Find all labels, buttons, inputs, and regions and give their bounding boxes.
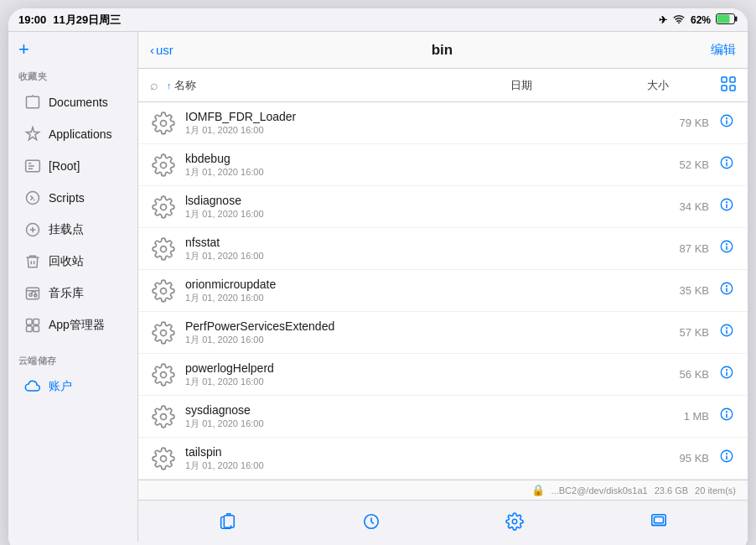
settings-button[interactable]	[498, 505, 531, 538]
file-date: 1月 01, 2020 16:00	[185, 459, 535, 472]
col-name-header[interactable]: ↑ 名称	[167, 78, 440, 93]
sidebar-top: +	[8, 32, 137, 64]
file-date: 1月 01, 2020 16:00	[185, 376, 535, 388]
table-row[interactable]: sysdiagnose1月 01, 2020 16:001 MB	[138, 396, 748, 438]
file-info-button[interactable]	[717, 407, 736, 426]
svg-rect-6	[27, 288, 39, 298]
sidebar: + 收藏夹 Documents Applications	[8, 32, 138, 542]
sidebar-item-scripts[interactable]: Scripts	[13, 183, 132, 213]
status-date: 11月29日周三	[53, 13, 121, 28]
file-info-button[interactable]	[717, 449, 736, 468]
footer-path: ...BC2@/dev/disk0s1a1	[551, 485, 648, 496]
file-type-icon	[150, 152, 177, 179]
home-indicator	[8, 542, 748, 545]
plane-icon: ✈	[659, 14, 667, 26]
sidebar-item-trash[interactable]: 回收站	[13, 247, 132, 277]
add-button[interactable]: +	[18, 39, 29, 60]
file-info: PerfPowerServicesExtended1月 01, 2020 16:…	[185, 319, 535, 346]
svg-point-25	[161, 204, 167, 210]
svg-rect-2	[735, 16, 738, 21]
table-row[interactable]: orionmicroupdate1月 01, 2020 16:0035 KB	[138, 270, 748, 312]
app-body: + 收藏夹 Documents Applications	[8, 32, 748, 542]
table-row[interactable]: kbdebug1月 01, 2020 16:0052 KB	[138, 144, 748, 186]
documents-icon	[23, 93, 42, 112]
svg-rect-15	[722, 86, 727, 91]
file-date: 1月 01, 2020 16:00	[185, 166, 535, 179]
file-type-icon	[150, 110, 177, 137]
svg-point-29	[161, 246, 167, 252]
windows-button[interactable]	[642, 505, 676, 538]
documents-label: Documents	[49, 96, 108, 109]
file-type-icon	[150, 236, 177, 262]
file-info: tailspin1月 01, 2020 16:00	[185, 445, 535, 472]
file-name: orionmicroupdate	[185, 278, 535, 291]
file-size: 87 KB	[535, 242, 709, 255]
grid-view-icon[interactable]	[721, 76, 736, 95]
sidebar-item-music[interactable]: 音乐库	[13, 278, 132, 309]
svg-rect-11	[27, 326, 33, 332]
svg-point-33	[161, 288, 167, 293]
sidebar-item-mounts[interactable]: 挂载点	[13, 215, 132, 245]
nav-title: bin	[173, 42, 711, 59]
file-type-icon	[150, 445, 177, 472]
back-button[interactable]: ‹ usr	[150, 43, 173, 57]
table-row[interactable]: tailspin1月 01, 2020 16:0095 KB	[138, 438, 748, 480]
svg-point-45	[161, 413, 167, 419]
table-row[interactable]: nfsstat1月 01, 2020 16:0087 KB	[138, 228, 748, 270]
root-label: [Root]	[49, 159, 80, 173]
file-info-button[interactable]	[717, 281, 736, 300]
scripts-label: Scripts	[49, 191, 85, 205]
file-info-button[interactable]	[717, 365, 736, 384]
svg-rect-1	[717, 14, 730, 23]
svg-rect-69	[655, 516, 664, 522]
edit-button[interactable]: 编辑	[711, 42, 736, 58]
col-date-header[interactable]: 日期	[440, 78, 603, 93]
file-info: sysdiagnose1月 01, 2020 16:00	[185, 403, 535, 430]
sidebar-item-documents[interactable]: Documents	[13, 87, 132, 117]
battery-percent: 62%	[691, 14, 711, 26]
paste-button[interactable]	[210, 505, 244, 538]
file-size: 52 KB	[535, 158, 709, 171]
file-info: lsdiagnose1月 01, 2020 16:00	[185, 194, 535, 221]
file-name: sysdiagnose	[185, 403, 535, 417]
name-col-label: 名称	[174, 78, 196, 93]
trash-label: 回收站	[49, 254, 84, 269]
table-row[interactable]: PerfPowerServicesExtended1月 01, 2020 16:…	[138, 312, 748, 354]
svg-rect-12	[34, 326, 39, 332]
status-footer: 🔒 ...BC2@/dev/disk0s1a1 23.6 GB 20 item(…	[138, 480, 748, 500]
file-info-button[interactable]	[717, 113, 736, 132]
sidebar-item-appmanager[interactable]: App管理器	[13, 310, 132, 340]
history-button[interactable]	[355, 505, 388, 538]
table-row[interactable]: powerlogHelperd1月 01, 2020 16:0056 KB	[138, 354, 748, 396]
status-left: 19:00 11月29日周三	[18, 13, 121, 28]
sidebar-item-account[interactable]: 账户	[13, 371, 132, 402]
file-info-button[interactable]	[717, 155, 736, 174]
svg-point-67	[513, 519, 518, 524]
device-frame: 19:00 11月29日周三 ✈ 62% + 收藏夹	[8, 8, 748, 545]
file-info: powerlogHelperd1月 01, 2020 16:00	[185, 361, 535, 388]
svg-point-17	[161, 120, 167, 126]
svg-point-49	[161, 455, 167, 461]
date-col-label: 日期	[510, 79, 532, 91]
col-size-header[interactable]: 大小	[603, 78, 712, 93]
svg-rect-16	[730, 86, 735, 91]
sidebar-item-applications[interactable]: Applications	[13, 119, 132, 149]
file-info-button[interactable]	[717, 197, 736, 216]
size-col-label: 大小	[647, 79, 669, 91]
file-name: lsdiagnose	[185, 194, 535, 207]
table-row[interactable]: lsdiagnose1月 01, 2020 16:0034 KB	[138, 186, 748, 228]
applications-icon	[23, 125, 42, 143]
file-size: 57 KB	[535, 326, 709, 339]
file-size: 34 KB	[535, 200, 709, 213]
file-info-button[interactable]	[717, 323, 736, 342]
table-row[interactable]: IOMFB_FDR_Loader1月 01, 2020 16:0079 KB	[138, 102, 748, 144]
file-info-button[interactable]	[717, 239, 736, 258]
cloud-section-label: 云端储存	[8, 348, 137, 371]
search-bar: ⌕ ↑ 名称 日期 大小	[138, 69, 748, 102]
sidebar-item-root[interactable]: [Root]	[13, 151, 132, 181]
file-name: tailspin	[185, 445, 535, 459]
svg-point-37	[161, 330, 167, 335]
file-panel: ‹ usr bin 编辑 ⌕ ↑ 名称 日期	[138, 32, 748, 542]
file-name: PerfPowerServicesExtended	[185, 319, 535, 333]
svg-rect-13	[722, 77, 727, 82]
